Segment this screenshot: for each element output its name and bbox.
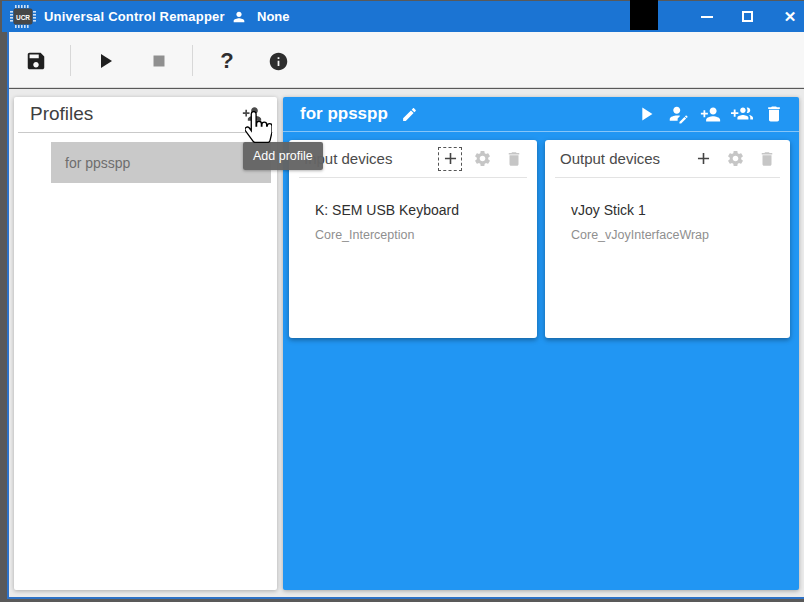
profile-item-label: for ppsspp bbox=[65, 155, 130, 171]
profiles-header: Profiles bbox=[14, 97, 277, 132]
save-icon bbox=[25, 50, 47, 72]
device-provider: Core_vJoyInterfaceWrap bbox=[571, 228, 778, 242]
copy-profile-button[interactable] bbox=[730, 102, 754, 126]
about-button[interactable] bbox=[260, 43, 296, 79]
play-icon bbox=[635, 103, 657, 125]
pencil-icon bbox=[401, 106, 418, 123]
person-icon bbox=[231, 9, 247, 25]
gear-icon bbox=[473, 149, 492, 168]
stop-icon bbox=[148, 50, 170, 72]
stop-button[interactable] bbox=[141, 43, 177, 79]
edit-profile-devices-button[interactable] bbox=[666, 102, 690, 126]
toolbar: ? bbox=[9, 32, 804, 88]
add-input-device-button[interactable] bbox=[438, 147, 462, 171]
device-name: vJoy Stick 1 bbox=[571, 202, 778, 218]
window-title: Universal Control Remapper bbox=[44, 1, 225, 32]
close-icon: ✕ bbox=[784, 9, 797, 24]
device-provider: Core_Interception bbox=[315, 228, 525, 242]
profile-title: for ppsspp bbox=[300, 104, 388, 124]
rename-profile-button[interactable] bbox=[399, 103, 421, 125]
group-add-icon bbox=[731, 103, 753, 125]
add-profile-tooltip: Add profile bbox=[243, 142, 323, 170]
profile-list-item[interactable]: for ppsspp bbox=[51, 142, 271, 183]
input-devices-card: Input devices K: SEM USB Keyboard Core_I… bbox=[289, 140, 537, 338]
add-child-profile-button[interactable] bbox=[698, 102, 722, 126]
output-devices-title: Output devices bbox=[560, 150, 683, 167]
toolbar-separator bbox=[70, 45, 71, 76]
close-button[interactable]: ✕ bbox=[774, 1, 804, 32]
help-button[interactable]: ? bbox=[209, 43, 245, 79]
profile-editor-panel: for ppsspp bbox=[283, 97, 799, 590]
play-icon bbox=[93, 49, 117, 73]
person-edit-icon bbox=[668, 104, 689, 125]
title-bar: UCR Universal Control Remapper None ✕ bbox=[2, 1, 804, 32]
run-button[interactable] bbox=[87, 43, 123, 79]
profiles-panel-title: Profiles bbox=[30, 103, 93, 125]
profile-editor-header: for ppsspp bbox=[283, 97, 799, 132]
input-devices-header: Input devices bbox=[289, 140, 537, 177]
remove-output-device-button[interactable] bbox=[755, 147, 779, 171]
output-devices-card: Output devices vJoy Stick 1 Core_vJoyInt… bbox=[545, 140, 790, 338]
toolbar-separator bbox=[192, 45, 193, 76]
remove-input-device-button[interactable] bbox=[502, 147, 526, 171]
trash-icon bbox=[505, 150, 523, 168]
person-add-icon bbox=[700, 104, 721, 125]
divider bbox=[18, 132, 273, 133]
device-name: K: SEM USB Keyboard bbox=[315, 202, 525, 218]
delete-profile-button[interactable] bbox=[762, 102, 786, 126]
maximize-icon bbox=[742, 11, 753, 22]
window-accent-border-bottom bbox=[7, 597, 804, 599]
device-cards-row: Input devices K: SEM USB Keyboard Core_I… bbox=[283, 132, 799, 346]
svg-text:UCR: UCR bbox=[16, 14, 30, 21]
trash-icon bbox=[758, 150, 776, 168]
minimize-button[interactable] bbox=[691, 1, 723, 32]
app-window: UCR Universal Control Remapper None ✕ ? bbox=[0, 0, 804, 602]
gear-icon bbox=[726, 149, 745, 168]
screen-artifact bbox=[630, 0, 658, 30]
add-output-device-button[interactable] bbox=[691, 147, 715, 171]
input-devices-title: Input devices bbox=[304, 150, 430, 167]
save-button[interactable] bbox=[18, 43, 54, 79]
output-devices-header: Output devices bbox=[545, 140, 790, 177]
active-context-label: None bbox=[257, 1, 290, 32]
help-icon: ? bbox=[220, 48, 233, 74]
configure-output-device-button[interactable] bbox=[723, 147, 747, 171]
minimize-icon bbox=[701, 16, 713, 18]
plus-icon bbox=[694, 149, 713, 168]
input-device-entry[interactable]: K: SEM USB Keyboard Core_Interception bbox=[289, 178, 537, 242]
run-profile-button[interactable] bbox=[634, 102, 658, 126]
app-logo-icon: UCR bbox=[10, 5, 36, 28]
trash-icon bbox=[764, 104, 784, 124]
cursor-pointer-icon bbox=[245, 111, 272, 143]
maximize-button[interactable] bbox=[731, 1, 763, 32]
profiles-panel: Profiles for ppsspp bbox=[14, 97, 277, 590]
plus-icon bbox=[441, 149, 460, 168]
info-icon bbox=[268, 51, 289, 72]
window-accent-border-left bbox=[7, 31, 9, 597]
output-device-entry[interactable]: vJoy Stick 1 Core_vJoyInterfaceWrap bbox=[545, 178, 790, 242]
configure-input-device-button[interactable] bbox=[470, 147, 494, 171]
